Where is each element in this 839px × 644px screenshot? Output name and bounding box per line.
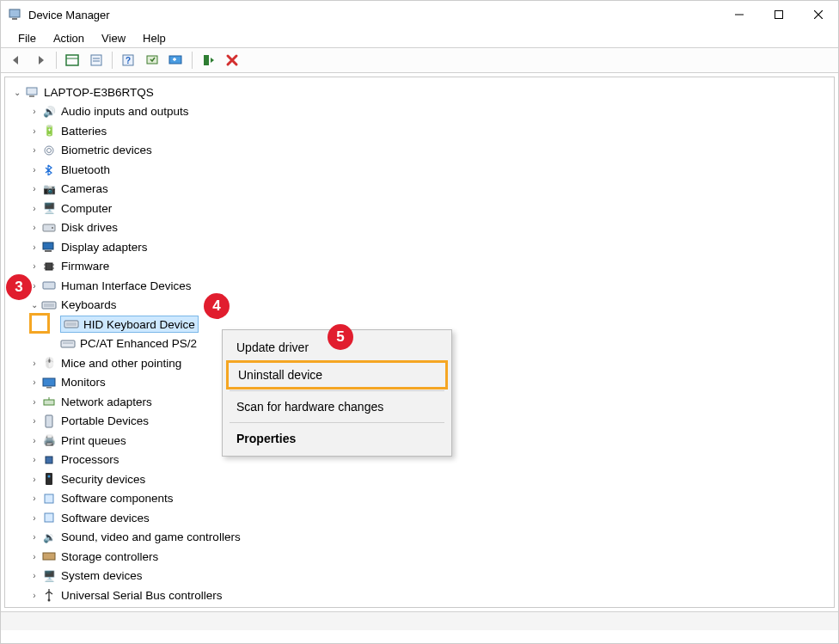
tree-root-row[interactable]: ⌄ LAPTOP-E3B6RTQS	[9, 83, 830, 102]
tree-item-bluetooth[interactable]: ›Bluetooth	[9, 160, 830, 180]
show-hide-console-button[interactable]	[62, 50, 83, 71]
tree-item-swcomponents[interactable]: ›Software components	[9, 489, 830, 509]
tree-item-storage[interactable]: ›Storage controllers	[9, 547, 830, 567]
enable-device-button[interactable]	[198, 50, 218, 71]
tree-item-disk[interactable]: ›Disk drives	[9, 218, 830, 238]
svg-rect-0	[9, 9, 20, 17]
svg-rect-44	[46, 473, 52, 485]
tree-item-system[interactable]: ›🖥️System devices	[9, 567, 830, 586]
expand-icon[interactable]: ›	[28, 356, 41, 370]
svg-rect-33	[64, 321, 78, 328]
tree-item-biometric[interactable]: ›Biometric devices	[9, 141, 830, 161]
svg-rect-47	[45, 513, 53, 522]
expand-icon[interactable]: ›	[28, 531, 41, 544]
tree-item-sound[interactable]: ›🔉Sound, video and game controllers	[9, 528, 830, 548]
menu-view[interactable]: View	[93, 30, 134, 46]
expand-icon[interactable]: ›	[28, 472, 41, 486]
properties-button[interactable]	[86, 50, 107, 71]
scan-hardware-button[interactable]	[142, 50, 162, 71]
expand-icon[interactable]: ›	[28, 163, 41, 176]
tree-item-usb[interactable]: ›Universal Serial Bus controllers	[9, 586, 830, 605]
keyboard-icon	[60, 337, 76, 351]
chip-icon	[41, 260, 57, 273]
svg-rect-36	[61, 340, 75, 347]
tree-item-firmware[interactable]: ›Firmware	[9, 257, 830, 277]
forward-button[interactable]	[30, 50, 51, 71]
tree-item-batteries[interactable]: ›🔋Batteries	[9, 121, 830, 141]
tree-item-display[interactable]: ›Display adapters	[9, 237, 830, 257]
expand-icon[interactable]: ›	[28, 414, 41, 428]
menu-help[interactable]: Help	[134, 30, 175, 46]
usb-icon	[41, 588, 57, 602]
svg-point-19	[47, 148, 52, 152]
expand-icon[interactable]: ›	[28, 105, 41, 119]
expand-icon-keyboards[interactable]: ⌄	[28, 298, 41, 312]
disk-icon	[41, 221, 57, 235]
hid-icon	[41, 279, 57, 292]
display-adapter-icon	[41, 240, 57, 254]
window-controls	[720, 1, 838, 28]
minimize-button[interactable]	[720, 1, 759, 28]
annotation-4: 4	[204, 293, 230, 319]
expand-icon[interactable]: ›	[28, 182, 41, 196]
expand-icon[interactable]: ›	[28, 395, 41, 408]
tree-item-swdevices[interactable]: ›Software devices	[9, 508, 830, 528]
expand-icon[interactable]: ›	[28, 260, 41, 273]
toolbar: ?	[1, 47, 838, 73]
expand-icon[interactable]: ›	[28, 221, 41, 235]
svg-text:?: ?	[126, 56, 131, 65]
system-icon: 🖥️	[41, 569, 57, 583]
toolbar-separator	[112, 52, 113, 69]
menu-action[interactable]: Action	[45, 30, 93, 46]
svg-point-21	[52, 227, 53, 229]
expand-icon[interactable]: ›	[28, 492, 41, 506]
maximize-button[interactable]	[759, 1, 799, 28]
expand-icon[interactable]: ›	[28, 124, 41, 138]
expand-icon[interactable]: ›	[28, 201, 41, 215]
expand-icon[interactable]: ›	[28, 569, 41, 583]
tree-item-hid[interactable]: ›Human Interface Devices	[9, 276, 830, 296]
expand-icon[interactable]: ›	[28, 588, 41, 602]
expand-icon[interactable]: ›	[28, 376, 41, 389]
back-button[interactable]	[6, 50, 27, 71]
portable-icon	[41, 414, 57, 428]
expand-icon[interactable]: ›	[28, 549, 41, 563]
close-button[interactable]	[799, 1, 838, 28]
expand-icon[interactable]: ›	[28, 240, 41, 254]
svg-rect-15	[204, 55, 209, 65]
svg-rect-43	[46, 457, 52, 463]
mouse-icon: 🖱️	[41, 356, 57, 370]
ctx-scan-hardware[interactable]: Scan for hardware changes	[224, 393, 450, 420]
expand-icon[interactable]: ›	[28, 433, 41, 447]
expand-icon[interactable]: ›	[28, 511, 41, 524]
computer-icon	[24, 85, 40, 99]
keyboard-icon	[41, 298, 57, 312]
tree-item-audio[interactable]: ›🔊Audio inputs and outputs	[9, 102, 830, 122]
svg-point-18	[45, 146, 53, 155]
expand-icon[interactable]: ›	[28, 144, 41, 157]
software-dev-icon	[41, 511, 57, 524]
svg-rect-46	[45, 494, 53, 503]
network-icon	[41, 395, 57, 408]
tree-item-security[interactable]: ›Security devices	[9, 469, 830, 489]
ctx-uninstall-device[interactable]: Uninstall device	[226, 360, 448, 389]
tree-item-computer[interactable]: ›🖥️Computer	[9, 199, 830, 218]
status-bar	[1, 611, 838, 630]
ctx-properties[interactable]: Properties	[224, 425, 450, 452]
update-driver-tb-button[interactable]	[166, 50, 187, 71]
menu-file[interactable]: File	[9, 30, 45, 46]
app-icon	[8, 8, 21, 21]
cpu-icon	[41, 453, 57, 467]
svg-rect-6	[66, 55, 78, 65]
menubar: File Action View Help	[1, 28, 838, 47]
expand-icon[interactable]: ⌄	[10, 85, 24, 99]
help-button[interactable]: ?	[118, 50, 138, 71]
titlebar: Device Manager	[1, 1, 838, 28]
tree-item-keyboards[interactable]: ⌄ Keyboards	[9, 296, 830, 316]
svg-rect-1	[12, 18, 17, 20]
uninstall-tb-button[interactable]	[222, 50, 242, 71]
svg-rect-22	[43, 242, 53, 249]
tree-item-cameras[interactable]: ›📷Cameras	[9, 180, 830, 199]
expand-icon[interactable]: ›	[28, 453, 41, 467]
svg-rect-13	[147, 56, 157, 64]
